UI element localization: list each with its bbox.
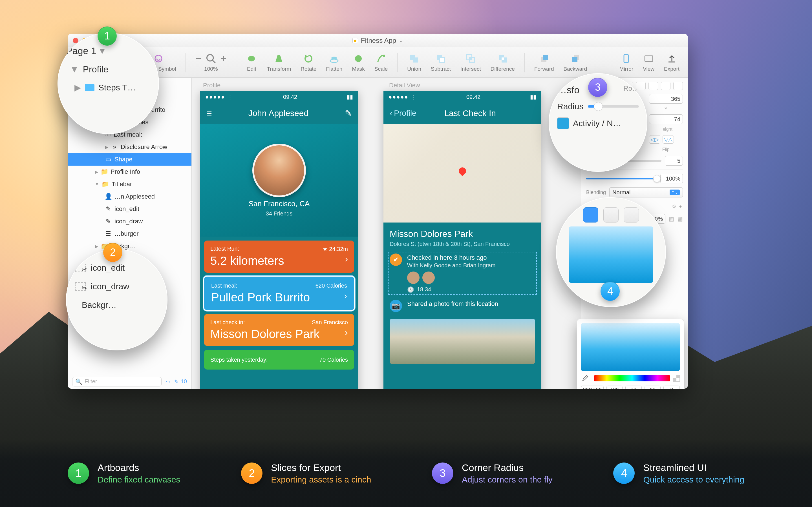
align-bottom-button[interactable]	[649, 82, 658, 90]
title-dropdown-caret-icon[interactable]: ⌄	[399, 38, 403, 44]
linear-gradient-tab[interactable]	[603, 207, 619, 223]
layer-row[interactable]: ✎icon_draw	[68, 215, 192, 228]
svg-point-4	[155, 55, 162, 62]
feed-checkin[interactable]: ✔ Checked in here 3 hours ago With Kelly…	[390, 253, 535, 293]
svg-point-9	[331, 57, 337, 59]
gear-icon[interactable]: ⚙	[672, 204, 676, 209]
union-button[interactable]: Union	[407, 53, 421, 72]
layer-folder-item[interactable]: ▶Steps T…	[66, 82, 151, 93]
align-middle-button[interactable]	[636, 82, 646, 90]
fill-row[interactable]: Activity / N…	[557, 117, 639, 129]
zoom-out-icon[interactable]: −	[195, 54, 201, 64]
rotate-button[interactable]: Rotate	[301, 53, 316, 72]
difference-button[interactable]: Difference	[491, 53, 515, 72]
slice-item[interactable]: Backgr…	[75, 300, 158, 310]
card-last-meal[interactable]: Last meal:620 Calories Pulled Pork Burri…	[204, 277, 354, 310]
subtract-button[interactable]: Subtract	[431, 53, 451, 72]
radius-input[interactable]: 5	[665, 156, 683, 166]
remove-icon[interactable]: ▩	[677, 216, 683, 222]
add-fill-button[interactable]: ＋	[678, 204, 683, 209]
mask-button[interactable]: Mask	[352, 53, 364, 72]
card-steps[interactable]: Steps taken yesterday:70 Calories	[204, 350, 354, 370]
opacity-slider[interactable]: 100%	[586, 174, 683, 183]
window-title[interactable]: ◆ Fitness App ⌄	[352, 37, 403, 45]
mini-avatar[interactable]	[407, 272, 419, 284]
artboard-label[interactable]: Detail View	[389, 82, 420, 89]
hue-slider[interactable]	[594, 375, 670, 381]
card-last-checkin[interactable]: Last check in:San Francisco Misson Dolor…	[204, 314, 354, 346]
forward-button[interactable]: Forward	[534, 53, 554, 72]
opacity-input[interactable]: 100%	[660, 174, 683, 183]
solid-fill-tab[interactable]	[583, 207, 598, 223]
radial-gradient-tab[interactable]	[624, 207, 639, 223]
profile-city: San Francisco, CA	[249, 200, 310, 208]
layer-row-selected[interactable]: ▭Shape	[68, 153, 192, 166]
blending-select[interactable]: Normal⌃⌄	[609, 187, 683, 198]
page-selector[interactable]: Page 1▾	[66, 45, 151, 56]
artboard-profile[interactable]: ●●●●● ⋮ 09:42 ▮▮ ≡ John Appleseed ✎ San …	[200, 91, 358, 389]
distribute-h-button[interactable]	[661, 82, 670, 90]
edit-button[interactable]: Edit	[246, 53, 257, 72]
color-preview[interactable]	[569, 226, 653, 283]
a-input[interactable]: 0	[663, 386, 680, 389]
zoom-in-icon[interactable]: +	[220, 54, 226, 64]
layer-row[interactable]: ✎icon_edit	[68, 203, 192, 215]
b-input[interactable]: 98	[645, 386, 661, 389]
transform-button[interactable]: Transform	[267, 53, 291, 72]
window-titlebar[interactable]: ◆ Fitness App ⌄	[68, 34, 688, 47]
pattern-icon[interactable]: ▨	[669, 216, 674, 222]
artboard-detail[interactable]: ●●●●● ⋮ 09:42 ▮▮ ‹ Profile Last Check In…	[384, 91, 541, 389]
mirror-button[interactable]: Mirror	[619, 53, 633, 72]
zoom-control[interactable]: − + 100%	[195, 53, 226, 72]
distribute-v-button[interactable]	[673, 82, 683, 90]
card-latest-run[interactable]: Latest Run:★ 24.32m 5.2 kilometers ›	[204, 240, 354, 273]
y-input[interactable]: 365	[649, 94, 683, 104]
view-button[interactable]: View	[643, 53, 654, 72]
eyedropper-icon[interactable]	[581, 374, 589, 382]
h-input[interactable]: 193	[606, 386, 623, 389]
feed-time: 🕔18:34	[407, 286, 496, 293]
backward-button[interactable]: Backward	[564, 53, 587, 72]
svg-point-10	[355, 55, 362, 62]
flatten-button[interactable]: Flatten	[326, 53, 342, 72]
legend-badge-2: 2	[241, 462, 262, 484]
layer-row[interactable]: 👤…n Appleseed	[68, 190, 192, 203]
layer-row[interactable]: ▶📁Profile Info	[68, 166, 192, 178]
avatar[interactable]	[252, 144, 306, 197]
slice-item[interactable]: ✂ icon_draw	[75, 282, 158, 291]
nav-bar: ≡ John Appleseed ✎	[200, 103, 358, 124]
scale-button[interactable]: Scale	[374, 53, 388, 72]
signal-icon: ●●●●● ⋮	[389, 94, 417, 100]
intersect-button[interactable]: Intersect	[460, 53, 481, 72]
nav-bar: ‹ Profile Last Check In	[384, 103, 541, 124]
radius-slider[interactable]	[588, 105, 639, 108]
edit-icon[interactable]: ✎	[345, 108, 352, 118]
alpha-icon[interactable]	[673, 375, 680, 382]
canvas[interactable]: Profile Detail View ●●●●● ⋮ 09:42 ▮▮ ≡ J…	[192, 78, 581, 389]
flip-v-button[interactable]: ▽△	[663, 135, 674, 144]
flip-h-button[interactable]: ◁▷	[649, 135, 660, 144]
s-input[interactable]: 78	[625, 386, 642, 389]
layer-row[interactable]: AaLast meal:	[68, 128, 192, 141]
callout-badge-3: 3	[588, 78, 607, 97]
mini-avatar[interactable]	[422, 272, 435, 284]
blending-label: Blending	[586, 189, 606, 195]
layer-row[interactable]: ☰…burger	[68, 228, 192, 240]
artboard-label[interactable]: Profile	[203, 82, 220, 89]
layer-count: ✎ 10	[174, 378, 187, 385]
height-input[interactable]: 74	[649, 114, 683, 124]
feed-photo[interactable]: 📷 Shared a photo from this location	[390, 300, 535, 312]
export-button[interactable]: Export	[664, 53, 679, 72]
toolbar-divider	[186, 53, 186, 72]
slice-toggle-icon[interactable]: ▱	[165, 378, 170, 385]
slice-item[interactable]: ✂ icon_edit	[75, 263, 158, 273]
map-view[interactable]	[384, 124, 541, 223]
hamburger-icon[interactable]: ≡	[206, 108, 212, 119]
feed-photo-thumb[interactable]	[390, 319, 535, 364]
hex-input[interactable]: 36CEF9	[581, 386, 604, 389]
layer-row[interactable]: ▼📁Titlebar	[68, 178, 192, 190]
color-field[interactable]	[581, 323, 680, 371]
layer-row[interactable]: ▶»Disclosure Arrow	[68, 141, 192, 153]
artboard-item[interactable]: ▼Profile	[66, 64, 151, 75]
filter-input[interactable]: 🔍 Filter	[72, 377, 161, 386]
